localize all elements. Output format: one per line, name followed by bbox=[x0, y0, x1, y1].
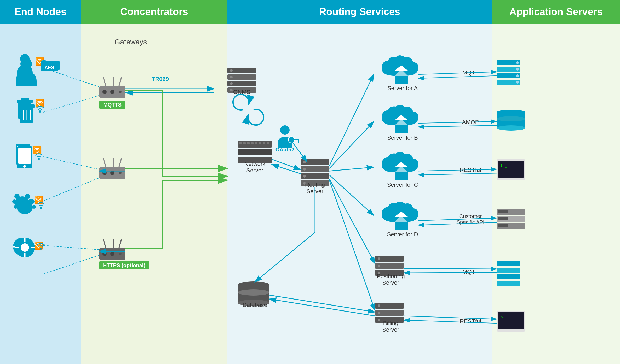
svg-point-195 bbox=[39, 110, 41, 113]
svg-rect-164 bbox=[498, 210, 508, 213]
svg-rect-172 bbox=[497, 274, 520, 279]
svg-rect-85 bbox=[267, 142, 269, 144]
header-routing: Routing Services bbox=[227, 0, 492, 24]
svg-text:Specific API: Specific API bbox=[457, 219, 485, 225]
app-container: End Nodes Concentrators Routing Services… bbox=[0, 0, 620, 364]
main-diagram: 🛜 AES 🛜 🛜 bbox=[0, 24, 620, 364]
svg-rect-2 bbox=[227, 24, 492, 364]
svg-rect-10 bbox=[21, 98, 29, 101]
svg-rect-165 bbox=[498, 217, 508, 220]
svg-point-73 bbox=[230, 82, 233, 85]
svg-text:$ _: $ _ bbox=[501, 163, 507, 168]
svg-point-41 bbox=[119, 91, 122, 93]
svg-point-207 bbox=[21, 243, 29, 252]
billing-label: Billing bbox=[383, 320, 399, 326]
svg-point-91 bbox=[303, 161, 306, 163]
svg-point-39 bbox=[102, 90, 107, 94]
svg-rect-80 bbox=[247, 142, 250, 144]
app-servers-title: Application Servers bbox=[509, 6, 603, 17]
header-concentrators: Concentrators bbox=[81, 0, 227, 24]
server-d-label: Server for D bbox=[387, 231, 418, 238]
header-app-servers: Application Servers bbox=[492, 0, 620, 24]
svg-point-48 bbox=[119, 172, 122, 174]
svg-rect-191 bbox=[23, 102, 30, 105]
svg-point-185 bbox=[20, 58, 32, 70]
concentrators-title: Concentrators bbox=[120, 6, 188, 17]
svg-text:——: —— bbox=[501, 320, 504, 324]
svg-point-151 bbox=[497, 125, 525, 131]
svg-rect-171 bbox=[497, 268, 520, 273]
app-server-billing: $ _ —— bbox=[497, 311, 525, 332]
svg-point-203 bbox=[14, 205, 18, 209]
tr069-label: TR069 bbox=[152, 76, 169, 82]
svg-point-55 bbox=[119, 253, 122, 255]
svg-rect-76 bbox=[238, 149, 272, 155]
svg-point-124 bbox=[378, 257, 380, 260]
svg-point-152 bbox=[497, 116, 525, 121]
svg-point-204 bbox=[32, 205, 36, 209]
svg-point-74 bbox=[230, 89, 233, 91]
svg-point-98 bbox=[280, 125, 290, 135]
svg-text:Server: Server bbox=[246, 167, 263, 174]
svg-point-92 bbox=[303, 168, 306, 171]
svg-point-125 bbox=[378, 265, 380, 267]
svg-point-40 bbox=[110, 90, 114, 94]
svg-point-106 bbox=[238, 289, 269, 296]
svg-rect-1 bbox=[81, 24, 227, 364]
svg-point-146 bbox=[516, 81, 519, 84]
svg-point-144 bbox=[516, 68, 519, 71]
svg-point-21 bbox=[25, 194, 30, 199]
svg-point-20 bbox=[14, 194, 20, 199]
svg-rect-82 bbox=[255, 142, 257, 144]
server-b-label: Server for B bbox=[387, 134, 418, 141]
svg-rect-79 bbox=[243, 142, 246, 144]
svg-rect-84 bbox=[263, 142, 265, 144]
svg-point-133 bbox=[378, 312, 380, 314]
database-label: Database bbox=[243, 302, 267, 308]
svg-point-201 bbox=[15, 199, 21, 204]
svg-point-93 bbox=[303, 175, 306, 178]
header-bar: End Nodes Concentrators Routing Services… bbox=[0, 0, 620, 24]
svg-rect-78 bbox=[239, 142, 242, 144]
svg-point-54 bbox=[110, 252, 114, 256]
svg-point-71 bbox=[230, 69, 233, 72]
svg-point-134 bbox=[378, 319, 380, 321]
svg-text:Server: Server bbox=[382, 326, 399, 333]
gateways-label: Gateways bbox=[114, 38, 147, 46]
svg-point-53 bbox=[102, 252, 107, 256]
svg-rect-197 bbox=[18, 148, 31, 164]
network-server-label: Network bbox=[244, 161, 266, 167]
positioning-label: Positioning bbox=[377, 273, 405, 279]
svg-point-198 bbox=[23, 165, 26, 168]
svg-text:——: —— bbox=[501, 169, 504, 173]
svg-point-72 bbox=[230, 76, 233, 78]
oauth2-label: OAuth2 bbox=[275, 147, 294, 152]
svg-text:AES: AES bbox=[44, 65, 54, 70]
svg-rect-173 bbox=[497, 281, 520, 286]
app-server-d bbox=[497, 209, 525, 229]
customer-api-label: Customer bbox=[459, 213, 482, 219]
svg-point-199 bbox=[38, 158, 40, 160]
svg-rect-81 bbox=[251, 142, 254, 144]
svg-rect-83 bbox=[259, 142, 261, 144]
header-end-nodes: End Nodes bbox=[0, 0, 81, 24]
svg-point-132 bbox=[378, 304, 380, 307]
server-a-label: Server for A bbox=[387, 85, 418, 91]
app-server-c: $ _ —— bbox=[497, 159, 525, 180]
svg-point-202 bbox=[28, 199, 35, 204]
svg-text:$ _: $ _ bbox=[501, 315, 507, 319]
end-nodes-title: End Nodes bbox=[15, 6, 66, 17]
network-server bbox=[238, 141, 272, 163]
svg-text:🛜: 🛜 bbox=[33, 146, 42, 155]
svg-rect-189 bbox=[20, 107, 33, 123]
server-c-label: Server for C bbox=[387, 181, 418, 188]
svg-rect-101 bbox=[298, 140, 299, 143]
svg-rect-0 bbox=[0, 24, 81, 364]
svg-point-145 bbox=[516, 74, 519, 77]
svg-rect-170 bbox=[497, 261, 520, 266]
svg-point-143 bbox=[516, 61, 519, 64]
svg-point-205 bbox=[40, 207, 42, 209]
routing-title: Routing Services bbox=[319, 6, 400, 17]
mqtt-pos-label: MQTT bbox=[462, 268, 479, 275]
svg-text:Server: Server bbox=[382, 279, 399, 286]
